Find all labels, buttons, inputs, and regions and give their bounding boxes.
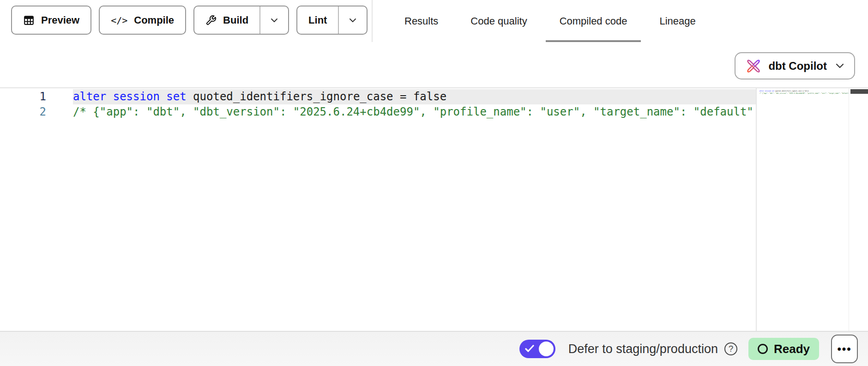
code-line[interactable]: 1alter session set quoted_identifiers_ig…	[0, 89, 756, 104]
wrench-icon	[205, 15, 217, 26]
lint-button-label: Lint	[308, 14, 327, 26]
build-button-label: Build	[223, 14, 248, 26]
compile-button-label: Compile	[134, 14, 174, 26]
tab-lineage[interactable]: Lineage	[645, 0, 709, 42]
tab-label: Results	[404, 15, 438, 27]
toggle-knob	[539, 342, 554, 356]
build-split-button: Build	[193, 6, 289, 35]
chevron-down-icon	[271, 18, 278, 23]
minimap-content: alter session set quoted_identifiers_ign…	[760, 90, 848, 95]
line-text: /* {"app": "dbt", "dbt_version": "2025.6…	[73, 104, 756, 120]
tab-results[interactable]: Results	[391, 0, 452, 42]
build-button[interactable]: Build	[194, 6, 259, 34]
status-circle-icon	[758, 344, 768, 354]
tab-label: Code quality	[470, 15, 527, 27]
scrollbar-thumb[interactable]	[850, 89, 868, 94]
preview-button[interactable]: Preview	[11, 6, 91, 35]
lint-button[interactable]: Lint	[297, 6, 338, 34]
toolbar-divider	[372, 0, 373, 42]
action-buttons: Preview </> Compile Build	[11, 6, 368, 35]
chevron-down-icon	[349, 18, 356, 23]
build-dropdown-button[interactable]	[259, 6, 288, 34]
tab-label: Lineage	[659, 15, 695, 27]
defer-label: Defer to staging/production	[568, 342, 718, 356]
line-number: 2	[0, 104, 46, 120]
code-token-keyword: alter session set	[73, 90, 193, 103]
more-options-button[interactable]: •••	[831, 335, 858, 363]
status-bar: Defer to staging/production ? Ready •••	[0, 331, 868, 366]
compiled-code-editor: 1alter session set quoted_identifiers_ig…	[0, 87, 868, 331]
code-area[interactable]: 1alter session set quoted_identifiers_ig…	[0, 88, 756, 331]
ready-status-badge: Ready	[748, 338, 819, 360]
tab-compiled-code[interactable]: Compiled code	[546, 0, 641, 42]
dbt-copilot-label: dbt Copilot	[768, 60, 827, 73]
result-tabs: Results Code quality Compiled code Linea…	[391, 0, 710, 42]
line-text: alter session set quoted_identifiers_ign…	[73, 89, 756, 104]
line-number: 1	[0, 89, 46, 104]
table-icon	[23, 14, 35, 26]
top-toolbar: Preview </> Compile Build	[0, 0, 868, 42]
tab-label: Compiled code	[560, 15, 627, 27]
code-lines: 1alter session set quoted_identifiers_ig…	[0, 89, 756, 120]
preview-button-label: Preview	[41, 14, 79, 26]
lint-split-button: Lint	[296, 6, 368, 35]
tab-code-quality[interactable]: Code quality	[457, 0, 541, 42]
code-brackets-icon: </>	[111, 15, 127, 26]
help-icon[interactable]: ?	[724, 342, 737, 355]
code-token-plain: quoted_identifiers_ignore_case = false	[193, 90, 446, 103]
dbt-copilot-icon	[746, 58, 761, 74]
defer-toggle[interactable]	[519, 340, 555, 358]
check-icon	[525, 345, 534, 353]
minimap-line: /* {"app": "dbt", "dbt_version": "2025.6…	[760, 92, 848, 95]
ready-label: Ready	[774, 342, 810, 356]
code-token-comment: /* {"app": "dbt", "dbt_version": "2025.6…	[73, 105, 753, 118]
dbt-copilot-button[interactable]: dbt Copilot	[735, 52, 855, 79]
code-line[interactable]: 2/* {"app": "dbt", "dbt_version": "2025.…	[0, 104, 756, 120]
editor-header: dbt Copilot	[0, 42, 868, 87]
editor-scrollbar[interactable]	[849, 88, 868, 331]
compile-button[interactable]: </> Compile	[99, 6, 186, 35]
chevron-down-icon	[836, 63, 844, 68]
minimap[interactable]: alter session set quoted_identifiers_ign…	[756, 88, 868, 331]
lint-dropdown-button[interactable]	[338, 6, 367, 34]
